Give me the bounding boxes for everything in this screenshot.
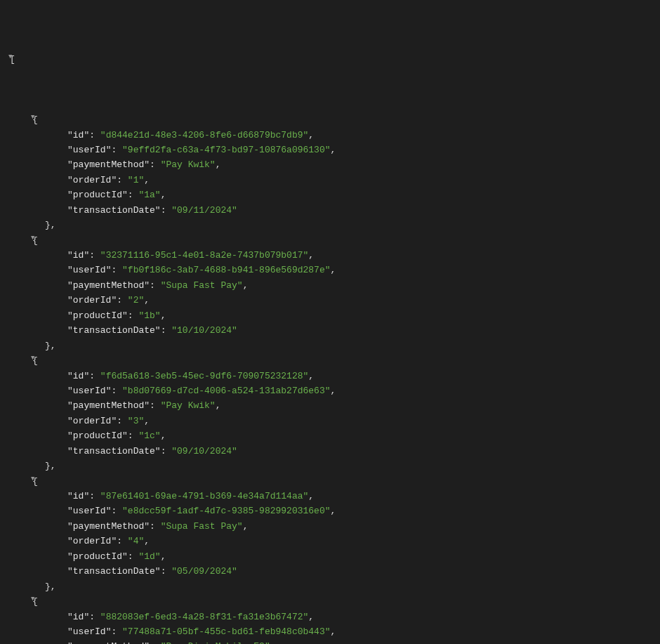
json-value: "Supa Fast Pay" (161, 521, 243, 532)
object-open: { (32, 596, 38, 607)
json-key: id (73, 250, 84, 261)
json-value: "Supa Fast Pay" (161, 280, 243, 291)
collapse-toggle-icon[interactable]: ▼ (0, 474, 31, 485)
quote: " (144, 280, 150, 291)
json-key: orderId (73, 175, 112, 185)
property-line: "paymentMethod": "Pay Kwik", (0, 157, 660, 172)
comma: , (161, 310, 166, 321)
json-key: transactionDate (73, 446, 155, 456)
property-line: "orderId": "2", (0, 293, 660, 308)
comma: , (161, 190, 166, 200)
object-open: { (32, 235, 38, 246)
object-close-line: }, (0, 218, 660, 232)
colon: : (89, 130, 100, 140)
comma: , (308, 371, 314, 381)
json-key: orderId (73, 536, 112, 546)
json-value: "10/10/2024" (171, 325, 237, 336)
quote: " (155, 446, 161, 456)
json-key: userId (73, 386, 106, 396)
json-key: paymentMethod (73, 280, 144, 291)
json-value: "f6d5a618-3eb5-45ec-9df6-709075232128" (100, 371, 308, 381)
json-value: "05/09/2024" (171, 566, 237, 577)
json-value: "Pay Kwik" (161, 400, 216, 411)
property-line: "id": "882083ef-6ed3-4a28-8f31-fa31e3b67… (0, 610, 660, 624)
json-key: userId (73, 145, 106, 155)
quote: " (67, 280, 73, 291)
quote: " (122, 551, 128, 562)
object-open-line: ▼{ (0, 353, 660, 368)
array-open: [ (10, 54, 15, 65)
json-value: "4" (128, 536, 144, 546)
property-line: "paymentMethod": "Supa Fast Pay", (0, 519, 660, 534)
quote: " (67, 130, 73, 140)
comma: , (331, 145, 336, 155)
comma: , (161, 551, 166, 562)
json-value: "32371116-95c1-4e01-8a2e-7437b079b017" (100, 250, 308, 261)
colon: : (150, 400, 161, 411)
property-line: "userId": "9effd2fa-c63a-4f73-bd97-10876… (0, 143, 660, 157)
json-value: "1" (128, 175, 144, 185)
colon: : (117, 416, 128, 426)
json-key: id (73, 130, 84, 140)
colon: : (89, 491, 100, 501)
quote: " (67, 416, 73, 426)
colon: : (161, 566, 172, 577)
colon: : (111, 265, 122, 275)
collapse-toggle-icon[interactable]: ▼ (0, 233, 31, 244)
collapse-toggle-icon[interactable]: ▼ (0, 353, 31, 364)
json-key: paymentMethod (73, 400, 144, 411)
quote: " (122, 190, 128, 200)
property-line: "paymentMethod": "Pay Digi Mobile E3", (0, 639, 660, 644)
object-open: { (32, 355, 38, 366)
quote: " (67, 310, 73, 321)
quote: " (67, 190, 73, 200)
json-viewer: ▼ [ ▼{"id": "d844e21d-48e3-4206-8fe6-d66… (0, 7, 660, 644)
comma: , (331, 626, 336, 637)
json-key: productId (73, 310, 122, 321)
comma: , (331, 386, 336, 396)
quote: " (67, 491, 73, 501)
comma: , (308, 250, 314, 261)
object-close: }, (45, 581, 56, 592)
quote: " (67, 612, 73, 622)
comma: , (161, 431, 166, 441)
quote: " (67, 371, 73, 381)
property-line: "productId": "1b", (0, 308, 660, 323)
object-close: }, (45, 341, 56, 351)
object-open-line: ▼{ (0, 112, 660, 127)
colon: : (89, 612, 100, 622)
property-line: "paymentMethod": "Supa Fast Pay", (0, 278, 660, 293)
quote: " (67, 506, 73, 516)
comma: , (144, 536, 150, 546)
collapse-toggle-icon[interactable]: ▼ (0, 594, 31, 605)
collapse-toggle-icon[interactable]: ▼ (0, 112, 31, 123)
colon: : (128, 431, 139, 441)
colon: : (89, 250, 100, 261)
comma: , (308, 612, 314, 622)
json-key: paymentMethod (73, 521, 144, 532)
json-value: "09/11/2024" (171, 205, 237, 216)
collapse-toggle-icon[interactable]: ▼ (0, 52, 8, 63)
colon: : (117, 295, 128, 305)
json-value: "882083ef-6ed3-4a28-8f31-fa31e3b67472" (100, 612, 308, 622)
json-value: "3" (128, 416, 144, 426)
property-line: "userId": "b8d07669-d7cd-4006-a524-131ab… (0, 383, 660, 398)
json-key: id (73, 491, 84, 501)
property-line: "orderId": "1", (0, 173, 660, 188)
colon: : (128, 551, 139, 562)
property-line: "productId": "1d", (0, 549, 660, 564)
json-value: "1c" (138, 431, 160, 441)
json-key: productId (73, 551, 122, 562)
quote: " (67, 265, 73, 275)
object-close-line: }, (0, 459, 660, 473)
json-value: "77488a71-05bf-455c-bd61-feb948c0b443" (122, 626, 330, 637)
colon: : (150, 521, 161, 532)
colon: : (111, 626, 122, 637)
quote: " (144, 159, 150, 170)
colon: : (150, 280, 161, 291)
quote: " (67, 431, 73, 441)
object-open-line: ▼{ (0, 474, 660, 489)
property-line: "id": "d844e21d-48e3-4206-8fe6-d66879bc7… (0, 128, 660, 143)
quote: " (155, 325, 161, 336)
json-value: "1d" (138, 551, 160, 562)
